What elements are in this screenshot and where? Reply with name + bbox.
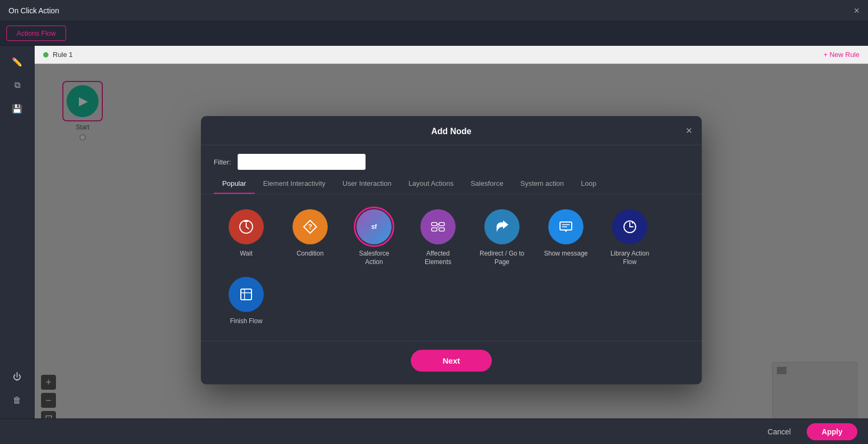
- modal-close-button[interactable]: ×: [686, 125, 692, 136]
- salesforce-action-label: Salesforce Action: [350, 250, 398, 266]
- finish-flow-label: Finish Flow: [230, 317, 263, 326]
- modal-overlay: Add Node × Filter: Popular Element Inter…: [35, 64, 868, 418]
- modal-filter-row: Filter:: [201, 145, 702, 174]
- modal-footer: Next: [201, 341, 702, 384]
- svg-text:sf: sf: [371, 223, 378, 231]
- svg-rect-13: [560, 222, 572, 230]
- svg-rect-7: [432, 223, 437, 226]
- wait-label: Wait: [240, 250, 253, 258]
- trash-icon[interactable]: 🗑: [7, 391, 27, 410]
- node-finish-flow[interactable]: Finish Flow: [222, 277, 270, 326]
- apply-button[interactable]: Apply: [807, 423, 857, 440]
- tab-loop[interactable]: Loop: [572, 174, 605, 194]
- node-wait[interactable]: Wait: [222, 209, 270, 266]
- svg-text:?: ?: [308, 223, 312, 231]
- left-toolbar: ✏️ ⧉ 💾 ⏻ 🗑: [0, 46, 35, 418]
- main-area: ✏️ ⧉ 💾 ⏻ 🗑 Rule 1 + New Rule ▶ Start: [0, 46, 868, 418]
- next-button[interactable]: Next: [411, 350, 492, 372]
- modal-title: Add Node: [431, 127, 472, 136]
- show-message-icon: [548, 209, 583, 244]
- svg-rect-8: [439, 223, 444, 226]
- show-message-label: Show message: [544, 250, 588, 258]
- tab-salesforce[interactable]: Salesforce: [462, 174, 512, 194]
- svg-rect-10: [439, 228, 444, 231]
- tab-element-interactivity[interactable]: Element Interactivity: [255, 174, 334, 194]
- modal-header: Add Node ×: [201, 116, 702, 145]
- rule-name: Rule 1: [53, 51, 73, 59]
- condition-label: Condition: [297, 250, 324, 258]
- node-salesforce-action[interactable]: sf Salesforce Action: [350, 209, 398, 266]
- add-node-modal: Add Node × Filter: Popular Element Inter…: [201, 116, 702, 384]
- canvas-content: ▶ Start + − ⊡ Add No: [35, 64, 868, 418]
- tab-system-action[interactable]: System action: [512, 174, 573, 194]
- canvas-area: Rule 1 + New Rule ▶ Start + − ⊡: [35, 46, 868, 418]
- wait-icon: [229, 209, 264, 244]
- node-show-message[interactable]: Show message: [542, 209, 590, 266]
- tab-popular[interactable]: Popular: [214, 174, 255, 194]
- affected-elements-icon: [420, 209, 456, 244]
- tab-bar: Actions Flow: [0, 21, 868, 46]
- node-affected-elements[interactable]: Affected Elements: [414, 209, 462, 266]
- save-icon[interactable]: 💾: [7, 99, 27, 118]
- redirect-icon: [484, 209, 520, 244]
- node-condition[interactable]: ? Condition: [286, 209, 334, 266]
- window-title: On Click Action: [9, 6, 59, 15]
- svg-rect-17: [241, 289, 252, 300]
- new-rule-button[interactable]: + New Rule: [823, 51, 859, 59]
- node-library-action-flow[interactable]: Library Action Flow: [606, 209, 654, 266]
- edit-icon[interactable]: ✏️: [7, 52, 27, 71]
- filter-label: Filter:: [214, 158, 231, 166]
- svg-line-2: [246, 227, 249, 229]
- title-bar: On Click Action ×: [0, 0, 868, 21]
- actions-flow-tab[interactable]: Actions Flow: [6, 26, 66, 41]
- modal-tabs: Popular Element Interactivity User Inter…: [201, 174, 702, 194]
- svg-rect-3: [244, 220, 248, 222]
- library-action-flow-label: Library Action Flow: [606, 250, 654, 266]
- finish-flow-icon: [229, 277, 264, 312]
- salesforce-action-icon: sf: [356, 209, 392, 244]
- node-redirect-go-page[interactable]: Redirect / Go to Page: [478, 209, 526, 266]
- affected-elements-label: Affected Elements: [414, 250, 462, 266]
- bottom-bar: Cancel Apply: [0, 418, 868, 444]
- rule-status-dot: [43, 52, 48, 57]
- tab-layout-actions[interactable]: Layout Actions: [400, 174, 463, 194]
- tab-user-interaction[interactable]: User Interaction: [334, 174, 400, 194]
- condition-icon: ?: [293, 209, 328, 244]
- redirect-label: Redirect / Go to Page: [478, 250, 526, 266]
- node-grid: Wait ? Condition: [201, 194, 702, 341]
- cancel-button[interactable]: Cancel: [758, 423, 801, 440]
- window-close-button[interactable]: ×: [854, 6, 859, 15]
- filter-input[interactable]: [238, 154, 366, 170]
- svg-rect-9: [432, 228, 437, 231]
- power-icon[interactable]: ⏻: [7, 367, 27, 387]
- copy-icon[interactable]: ⧉: [7, 76, 27, 95]
- rule-bar: Rule 1 + New Rule: [35, 46, 868, 64]
- library-action-flow-icon: [612, 209, 647, 244]
